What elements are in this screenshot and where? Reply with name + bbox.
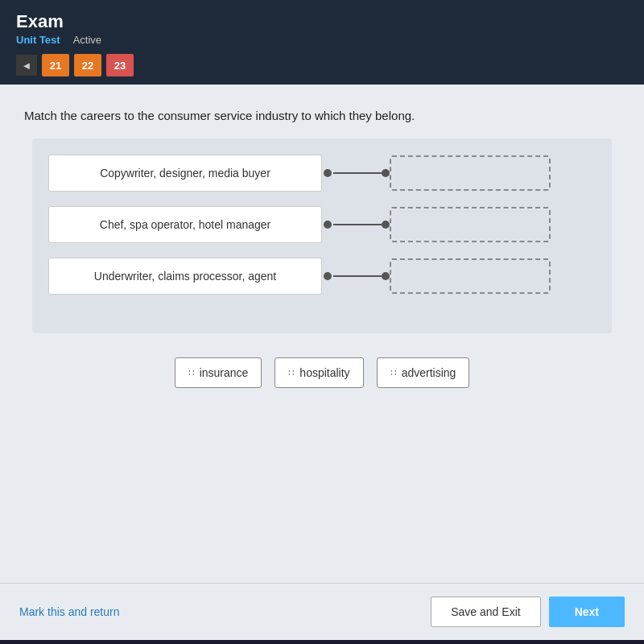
footer-buttons: Save and Exit Next xyxy=(431,597,625,627)
status-badge: Active xyxy=(73,34,101,46)
chip-insurance[interactable]: ∷ insurance xyxy=(175,357,262,388)
line-2 xyxy=(333,224,382,225)
dot-right-3 xyxy=(382,272,390,280)
unit-test-label: Unit Test xyxy=(16,34,60,46)
nav-page-22[interactable]: 22 xyxy=(74,54,101,76)
question-text: Match the careers to the consumer servic… xyxy=(24,109,620,122)
match-row-3: Underwriter, claims processor, agent xyxy=(48,258,596,295)
chip-advertising-label: advertising xyxy=(402,366,456,379)
match-connector-2 xyxy=(322,221,390,229)
chip-insurance-label: insurance xyxy=(200,366,249,379)
chip-advertising[interactable]: ∷ advertising xyxy=(377,357,470,388)
chip-hospitality-label: hospitality xyxy=(299,366,349,379)
match-left-1: Copywriter, designer, media buyer xyxy=(48,155,322,192)
footer: Mark this and return Save and Exit Next xyxy=(0,583,644,640)
matching-container: Copywriter, designer, media buyer Chef, … xyxy=(32,138,612,333)
match-right-1[interactable] xyxy=(390,155,551,191)
nav-page-23[interactable]: 23 xyxy=(106,54,134,76)
nav-page-21[interactable]: 21 xyxy=(42,54,69,76)
line-3 xyxy=(333,275,382,277)
dot-left-3 xyxy=(324,272,332,280)
match-left-2: Chef, spa operator, hotel manager xyxy=(48,206,322,243)
line-1 xyxy=(333,172,382,174)
chip-hospitality[interactable]: ∷ hospitality xyxy=(275,357,363,388)
save-exit-button[interactable]: Save and Exit xyxy=(431,597,540,627)
next-button[interactable]: Next xyxy=(549,597,625,627)
match-right-3[interactable] xyxy=(390,258,551,294)
drag-icon-hospitality: ∷ xyxy=(288,367,295,378)
match-connector-3 xyxy=(322,272,390,280)
page-title: Exam xyxy=(16,11,628,32)
dot-left-1 xyxy=(324,169,332,177)
match-row-2: Chef, spa operator, hotel manager xyxy=(48,206,596,243)
dot-right-2 xyxy=(382,221,390,229)
match-connector-1 xyxy=(322,169,390,177)
header: Exam Unit Test Active ◄ 21 22 23 xyxy=(0,0,644,85)
header-subtitle: Unit Test Active xyxy=(16,34,628,46)
answer-options: ∷ insurance ∷ hospitality ∷ advertising xyxy=(24,357,620,388)
match-row-1: Copywriter, designer, media buyer xyxy=(48,155,596,192)
nav-bar: ◄ 21 22 23 xyxy=(16,54,628,76)
drag-icon-advertising: ∷ xyxy=(390,367,397,378)
dot-right-1 xyxy=(382,169,390,177)
question-area: Match the careers to the consumer servic… xyxy=(0,85,644,404)
match-right-2[interactable] xyxy=(390,207,551,242)
drag-icon-insurance: ∷ xyxy=(188,367,195,378)
nav-prev-button[interactable]: ◄ xyxy=(16,55,37,76)
match-left-3: Underwriter, claims processor, agent xyxy=(48,258,322,295)
dot-left-2 xyxy=(324,221,332,229)
main-content: Match the careers to the consumer servic… xyxy=(0,85,644,640)
mark-return-link[interactable]: Mark this and return xyxy=(19,605,120,618)
